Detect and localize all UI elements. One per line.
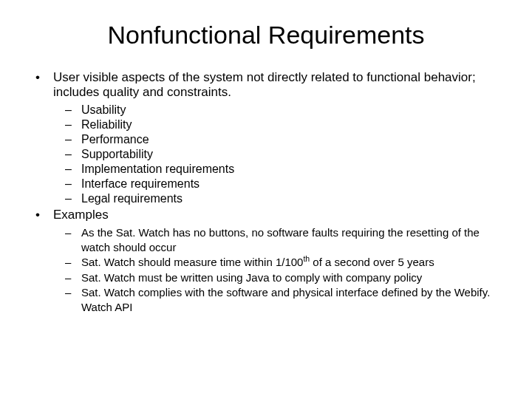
bullet-text: Examples	[53, 208, 109, 222]
examples-sublist: As the Sat. Watch has no buttons, no sof…	[53, 225, 502, 314]
sub-item: Legal requirements	[65, 191, 502, 206]
bullet-item-aspects: User visible aspects of the system not d…	[35, 70, 502, 206]
sub-item: Sat. Watch complies with the software an…	[65, 285, 502, 314]
sub-item: Performance	[65, 132, 502, 147]
slide-title: Nonfunctional Requirements	[30, 21, 502, 50]
bullet-item-examples: Examples As the Sat. Watch has no button…	[35, 208, 502, 314]
sub-item: Reliability	[65, 117, 502, 132]
sub-item: As the Sat. Watch has no buttons, no sof…	[65, 225, 502, 254]
sub-item: Interface requirements	[65, 177, 502, 191]
bullet-list: User visible aspects of the system not d…	[30, 70, 502, 314]
superscript: th	[303, 254, 310, 263]
sub-item: Sat. Watch should measure time within 1/…	[65, 255, 502, 270]
sub-item: Supportability	[65, 147, 502, 162]
bullet-text: User visible aspects of the system not d…	[53, 70, 476, 99]
sub-item: Implementation requirements	[65, 162, 502, 177]
aspects-sublist: Usability Reliability Performance Suppor…	[53, 103, 502, 206]
sub-item: Usability	[65, 103, 502, 117]
sub-item-text-post: of a second over 5 years	[310, 256, 434, 268]
sub-item-text-pre: Sat. Watch should measure time within 1/…	[81, 256, 303, 268]
sub-item: Sat. Watch must be written using Java to…	[65, 270, 502, 285]
